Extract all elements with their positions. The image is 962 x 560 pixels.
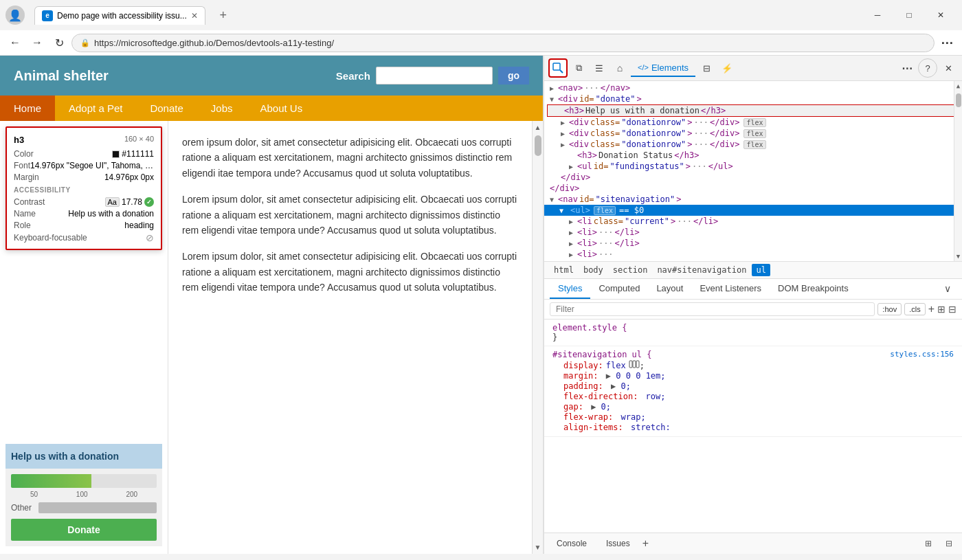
style-block-sitenav: #sitenavigation ul { styles.css:156 disp… <box>544 346 962 437</box>
dom-line-nav-sitenav[interactable]: ▼ <nav id= "sitenavigation" > <box>544 194 962 205</box>
add-panel-button[interactable]: + <box>642 537 649 550</box>
devtools-close-button[interactable]: ✕ <box>939 58 958 78</box>
flex-visual-icon <box>629 360 640 370</box>
lock-icon: 🔒 <box>80 38 90 47</box>
bc-body[interactable]: body <box>579 264 607 276</box>
styles-expand-icon[interactable]: ∨ <box>939 279 957 299</box>
dom-line-close-div2[interactable]: </div> <box>544 183 962 194</box>
dom-tag: <div <box>558 94 578 104</box>
devtools-toolbar: ⧉ ☰ ⌂ </> Elements ⊟ ⚡ ⋯ ? ✕ <box>544 56 962 81</box>
console-drawer-button[interactable]: ☰ <box>590 58 609 78</box>
nav-jobs[interactable]: Jobs <box>197 96 247 121</box>
dom-line-donrow3[interactable]: ▶ <div class= "donationrow" > ··· </div>… <box>544 139 962 150</box>
search-input[interactable] <box>376 67 493 85</box>
svg-rect-2 <box>629 361 632 368</box>
dom-line-ul-selected[interactable]: ▼ <ul> flex == $0 <box>544 205 962 216</box>
flex-badge-2: flex <box>743 129 765 138</box>
dom-line-donrow1[interactable]: ▶ <div class= "donationrow" > ··· </div>… <box>544 117 962 128</box>
user-avatar[interactable]: 👤 <box>5 5 25 25</box>
pseudo-hov-button[interactable]: :hov <box>877 303 902 315</box>
back-button[interactable]: ← <box>5 33 25 52</box>
scroll-up-arrow[interactable]: ▲ <box>533 122 543 133</box>
style-close-element: } <box>552 333 954 342</box>
devtools-undock-button[interactable]: ⊟ <box>941 536 957 551</box>
nav-bar: ← → ↻ 🔒 https://microsoftedge.github.io/… <box>0 30 962 56</box>
devtools-help-button[interactable]: ? <box>918 58 937 78</box>
dom-line-nav[interactable]: ▶ <nav> ··· </nav> <box>544 82 962 93</box>
dom-line-li2[interactable]: ▶ <li> ··· </li> <box>544 227 962 238</box>
styles-copy-icon[interactable]: ⊞ <box>937 304 946 315</box>
styles-add-icon[interactable]: + <box>928 303 935 315</box>
dom-line-li3[interactable]: ▶ <li> ··· </li> <box>544 238 962 249</box>
scroll-thumb[interactable] <box>535 135 541 156</box>
bc-section[interactable]: section <box>609 264 652 276</box>
devtools-breadcrumb: html body section nav#sitenavigation ul <box>544 262 962 279</box>
tab-dom-breakpoints[interactable]: DOM Breakpoints <box>770 279 857 299</box>
tooltip-element-type: h3 <box>14 135 24 145</box>
tab-close-icon[interactable]: ✕ <box>191 11 198 21</box>
nav-adopt[interactable]: Adopt a Pet <box>55 96 136 121</box>
pseudo-cls-button[interactable]: .cls <box>904 303 926 315</box>
maximize-button[interactable]: □ <box>893 4 925 26</box>
other-bar <box>38 502 157 513</box>
dom-line-div-donate[interactable]: ▼ <div id= "donate" > <box>544 93 962 104</box>
website-scrollbar[interactable]: ▲ ▼ <box>532 121 543 554</box>
nav-home[interactable]: Home <box>0 96 55 121</box>
refresh-button[interactable]: ↻ <box>49 33 69 52</box>
dom-line-li4[interactable]: ▶ <li> ··· <box>544 249 962 260</box>
tooltip-font-value: 14.976px "Segoe UI", Tahoma, Geneva, V..… <box>30 161 154 170</box>
add-tab-button[interactable]: + <box>214 5 233 25</box>
dom-scroll-down-btn[interactable]: ▼ <box>955 251 961 261</box>
search-go-button[interactable]: go <box>498 67 529 85</box>
styles-more-icon[interactable]: ⊟ <box>948 304 957 315</box>
bc-nav[interactable]: nav#sitenavigation <box>653 264 750 276</box>
devtools-home-button[interactable]: ⌂ <box>610 58 629 78</box>
donate-button[interactable]: Donate <box>11 519 157 541</box>
bc-ul[interactable]: ul <box>752 264 770 276</box>
tab-issues[interactable]: Issues <box>599 536 637 551</box>
minimize-button[interactable]: ─ <box>862 4 893 26</box>
tab-computed[interactable]: Computed <box>590 279 648 299</box>
devtools-dock-button[interactable]: ⊞ <box>921 536 936 551</box>
address-bar[interactable]: 🔒 https://microsoftedge.github.io/Demos/… <box>71 34 935 52</box>
donate-heading: Help us with a donation <box>5 444 162 469</box>
devtools-more-button[interactable]: ⋯ <box>897 58 917 78</box>
tab-elements[interactable]: </> Elements <box>631 60 695 77</box>
active-tab[interactable]: e Demo page with accessibility issu... ✕ <box>34 6 205 25</box>
dom-close-tag: </nav> <box>601 83 630 93</box>
close-window-button[interactable]: ✕ <box>925 4 957 26</box>
dom-scroll-thumb-inner[interactable] <box>956 93 961 107</box>
style-block-element: element.style { } <box>544 320 962 346</box>
dom-line-h3-donatestatus[interactable]: <h3> Donation Status </h3> <box>544 150 962 161</box>
more-options-button[interactable]: ⋯ <box>937 33 957 52</box>
tab-event-listeners[interactable]: Event Listeners <box>691 279 770 299</box>
style-source-link[interactable]: styles.css:156 <box>890 350 954 359</box>
tab-sources[interactable]: ⊟ <box>697 58 716 78</box>
dom-line-close-div1[interactable]: </div> <box>544 172 962 183</box>
tab-styles[interactable]: Styles <box>550 279 590 299</box>
scroll-down-arrow[interactable]: ▼ <box>533 542 543 552</box>
dom-line-li1[interactable]: ▶ <li class= "current" > ··· </li> <box>544 216 962 227</box>
url-text: https://microsoftedge.github.io/Demos/de… <box>94 38 926 48</box>
tab-network[interactable]: ⚡ <box>717 58 737 78</box>
tab-layout[interactable]: Layout <box>648 279 691 299</box>
style-prop-margin: margin: ▶ 0 0 0 1em; <box>552 371 954 381</box>
tab-console[interactable]: Console <box>550 536 594 551</box>
bc-html[interactable]: html <box>550 264 578 276</box>
tooltip-contrast-value: Aa 17.78 ✓ <box>105 197 155 207</box>
dom-line-h3[interactable]: <h3> Help us with a donation </h3> <box>547 104 959 117</box>
dom-tag: <nav> <box>558 83 583 93</box>
forward-button[interactable]: → <box>27 33 47 52</box>
device-toolbar-button[interactable]: ⧉ <box>569 58 588 78</box>
site-nav: Home Adopt a Pet Donate Jobs About Us <box>0 96 543 121</box>
donation-status-section: Donation Status Dogs Cats Farm Animals <box>0 552 168 554</box>
styles-filter-input[interactable] <box>550 302 875 316</box>
inspect-element-button[interactable] <box>548 58 568 78</box>
dom-line-ul-funding[interactable]: ▶ <ul id= "fundingstatus" > ··· </ul> <box>544 161 962 172</box>
nav-about[interactable]: About Us <box>246 96 316 121</box>
nav-donate[interactable]: Donate <box>136 96 197 121</box>
dom-scroll-up-btn[interactable]: ▲ <box>955 81 961 91</box>
flex-badge-1: flex <box>743 118 765 127</box>
dom-line-donrow2[interactable]: ▶ <div class= "donationrow" > ··· </div>… <box>544 128 962 139</box>
style-selector-element: element.style { <box>552 323 954 333</box>
